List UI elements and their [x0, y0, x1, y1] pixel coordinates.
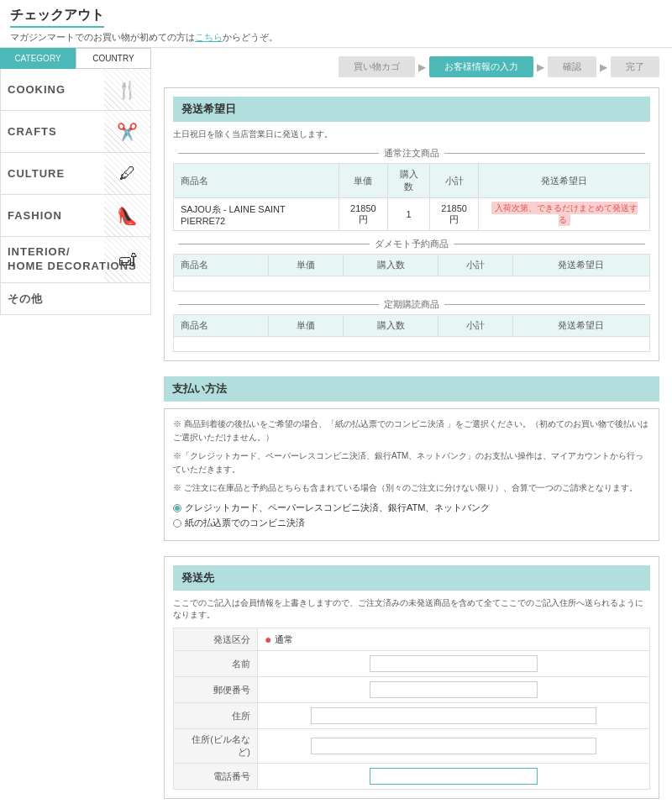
sidebar-tab-country[interactable]: COUNTRY: [76, 48, 151, 69]
step-info: お客様情報の入力: [429, 56, 533, 77]
shipping-form-table: 発送区分 ● 通常 名前: [173, 628, 650, 790]
header-intro: マガジンマートでのお買い物が初めての方はこちらからどうぞ。: [10, 31, 662, 44]
sidebar-item-interior[interactable]: INTERIOR/HOME DECORATIONS 🛋: [0, 237, 151, 283]
step-cart: 買い物カゴ: [339, 56, 415, 77]
shipping-date-section: 発送希望日 土日祝日を除く当店営業日に発送します。 通常注文商品 商品名 単価 …: [164, 87, 659, 361]
radio-selected-icon: [173, 504, 181, 512]
input-address[interactable]: [311, 707, 596, 724]
sidebar-tab-category[interactable]: CATEGORY: [0, 48, 76, 69]
product-qty: 1: [388, 198, 430, 231]
damoto-empty-row: [174, 276, 650, 292]
sidebar-item-fashion[interactable]: FASHION 👠: [0, 195, 151, 237]
label-name: 名前: [174, 651, 258, 677]
step-arrow-3: ▶: [600, 61, 607, 73]
radio-normal-label: 通常: [275, 633, 293, 646]
step-arrow-1: ▶: [418, 61, 426, 73]
sidebar-label-other: その他: [1, 292, 150, 307]
teiki-label: 定期購読商品: [173, 298, 650, 311]
product-action[interactable]: 入荷次第、できるだけまとめて発送する: [479, 198, 650, 231]
product-name: SAJOU糸 - LAINE SAINT PIERRE72: [174, 198, 339, 231]
cooking-icon-area: 🍴: [104, 69, 150, 110]
payment-option-1-label: クレジットカード、ペーパーレスコンビニ決済、銀行ATM、ネットバンク: [185, 502, 490, 514]
field-postal: 郵便番号: [174, 677, 650, 703]
field-address: 住所: [174, 703, 650, 729]
sidebar-item-cooking[interactable]: COOKING 🍴: [0, 69, 151, 111]
shipping-dest-note: ここでのご記入は会員情報を上書きしますので、ご注文済みの未発送商品を含めて全てこ…: [173, 597, 650, 621]
product-subtotal: 21850円: [429, 198, 478, 231]
damoto-label: ダメモト予約商品: [173, 238, 650, 250]
sidebar-item-other[interactable]: その他: [0, 283, 151, 315]
sidebar-item-crafts[interactable]: CRAFTS ✂️: [0, 111, 151, 153]
sidebar: CATEGORY COUNTRY COOKING 🍴 CRAFTS ✂️ CUL…: [0, 48, 151, 809]
intro-link[interactable]: こちら: [195, 32, 223, 42]
label-postal: 郵便番号: [174, 677, 258, 703]
payment-option-2-label: 紙の払込票でのコンビニ決済: [185, 517, 305, 529]
page-title: チェックアウト: [10, 7, 104, 28]
payment-option-2[interactable]: 紙の払込票でのコンビニ決済: [173, 517, 650, 529]
field-kubun: 発送区分 ● 通常: [174, 628, 650, 651]
culture-icon-area: 🖊: [104, 153, 150, 194]
field-name: 名前: [174, 651, 650, 677]
shipping-dest-section: 発送先 ここでのご記入は会員情報を上書きしますので、ご注文済みの未発送商品を含め…: [164, 556, 659, 799]
step-arrow-2: ▶: [537, 61, 544, 73]
col-shipdate: 発送希望日: [479, 164, 650, 198]
checkout-steps: 買い物カゴ ▶ お客様情報の入力 ▶ 確認 ▶ 完了: [164, 56, 659, 77]
payment-header: 支払い方法: [164, 376, 659, 402]
table-row: SAJOU糸 - LAINE SAINT PIERRE72 21850円 1 2…: [174, 198, 650, 231]
col-qty: 購入数: [388, 164, 430, 198]
col-price: 単価: [339, 164, 387, 198]
label-kubun: 発送区分: [174, 628, 258, 651]
input-address2[interactable]: [311, 738, 596, 754]
payment-section: 支払い方法 ※ 商品到着後の後払いをご希望の場合、「紙の払込票でのコンビニ決済 …: [164, 376, 659, 541]
input-phone[interactable]: [370, 768, 538, 785]
label-phone: 電話番号: [174, 764, 258, 790]
col-subtotal: 小計: [429, 164, 478, 198]
shipping-dest-header: 発送先: [173, 565, 650, 591]
shipping-date-header: 発送希望日: [173, 97, 650, 122]
radio-normal[interactable]: ● 通常: [265, 633, 643, 646]
teiki-empty-row: [174, 337, 650, 352]
normal-orders-table: 商品名 単価 購入数 小計 発送希望日 SAJOU糸 - LAINE SAINT…: [173, 163, 650, 231]
payment-note-1: ※ 商品到着後の後払いをご希望の場合、「紙の払込票でのコンビニ決済 」をご選択く…: [173, 418, 650, 444]
payment-note-3: ※ ご注文に在庫品と予約品とちらも含まれている場合（別々のご注文に分けない限り）…: [173, 481, 650, 495]
interior-icon-area: 🛋: [104, 237, 150, 282]
input-name[interactable]: [370, 655, 538, 672]
product-price: 21850円: [339, 198, 387, 231]
fashion-icon-area: 👠: [104, 195, 150, 236]
damoto-table: 商品名 単価 購入数 小計 発送希望日: [173, 254, 650, 292]
main-content: 買い物カゴ ▶ お客様情報の入力 ▶ 確認 ▶ 完了 発送希望日 土日祝日を除く…: [151, 48, 672, 809]
crafts-icon-area: ✂️: [104, 111, 150, 152]
normal-orders-label: 通常注文商品: [173, 147, 650, 160]
teiki-table: 商品名 単価 購入数 小計 発送希望日: [173, 314, 650, 352]
radio-unselected-icon: [173, 519, 181, 528]
field-address2: 住所(ビル名など): [174, 729, 650, 764]
step-confirm: 確認: [548, 56, 596, 77]
shipping-action-badge: 入荷次第、できるだけまとめて発送する: [491, 202, 638, 226]
shipping-note: 土日祝日を除く当店営業日に発送します。: [173, 129, 650, 140]
input-postal[interactable]: [370, 681, 538, 698]
step-done: 完了: [611, 56, 659, 77]
label-address2: 住所(ビル名など): [174, 729, 258, 764]
payment-note-2: ※「クレジットカード、ペーパーレスコンビニ決済、銀行ATM、ネットバンク」のお支…: [173, 449, 650, 476]
label-address: 住所: [174, 703, 258, 729]
sidebar-item-culture[interactable]: CULTURE 🖊: [0, 153, 151, 195]
field-phone: 電話番号: [174, 764, 650, 790]
payment-option-1[interactable]: クレジットカード、ペーパーレスコンビニ決済、銀行ATM、ネットバンク: [173, 502, 650, 514]
col-name: 商品名: [174, 164, 339, 198]
